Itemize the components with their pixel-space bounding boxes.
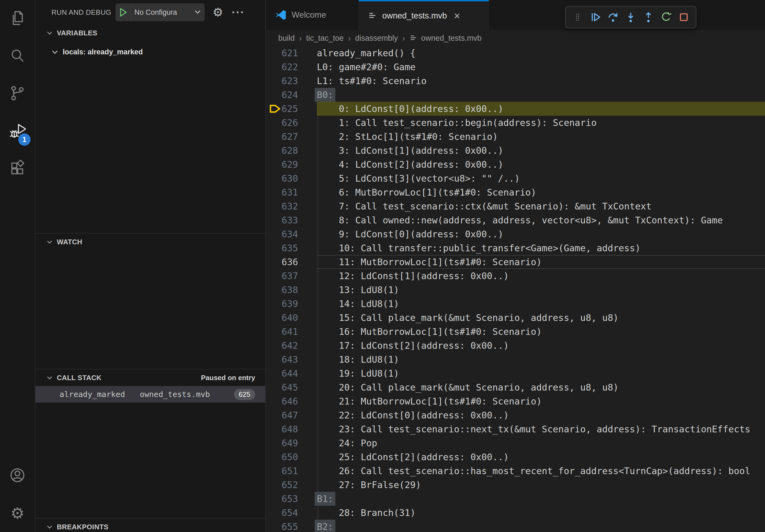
debug-settings-gear-icon[interactable]: ⚙	[213, 6, 223, 18]
code-line-621[interactable]: 621already_marked() {	[266, 46, 765, 60]
breakpoint-gutter[interactable]	[266, 157, 281, 171]
sidebar-item-explorer[interactable]	[0, 0, 35, 38]
breadcrumb-item-build[interactable]: build	[278, 34, 295, 43]
breakpoint-gutter[interactable]	[266, 46, 281, 60]
breakpoint-gutter[interactable]	[266, 478, 281, 492]
code-line-650[interactable]: 650 25: LdConst[2](address: 0x00..)	[266, 450, 765, 464]
code-line-text[interactable]: 13: LdU8(1)	[317, 283, 765, 297]
breakpoint-gutter[interactable]	[266, 311, 281, 325]
sidebar-item-source-control[interactable]	[0, 75, 35, 113]
code-line-text[interactable]: 4: LdConst[2](address: 0x00..)	[317, 157, 765, 171]
breakpoint-gutter[interactable]	[266, 255, 281, 269]
breakpoint-gutter[interactable]	[266, 520, 281, 532]
breakpoint-gutter[interactable]	[266, 213, 281, 227]
code-line-653[interactable]: 653B1:	[266, 492, 765, 506]
step-out-button[interactable]	[640, 9, 657, 25]
breakpoint-gutter[interactable]	[266, 185, 281, 199]
close-icon[interactable]: ×	[454, 10, 460, 21]
code-line-text[interactable]: 23: Call test_scenario::next_tx(&mut Sce…	[317, 422, 765, 436]
continue-button[interactable]	[587, 9, 604, 25]
code-line-text[interactable]: 2: StLoc[1](ts#1#0: Scenario)	[317, 130, 765, 143]
code-line-649[interactable]: 649 24: Pop	[266, 436, 765, 450]
watch-section-header[interactable]: WATCH	[35, 234, 265, 250]
code-line-630[interactable]: 630 5: LdConst[3](vector<u8>: "" /..)	[266, 171, 765, 185]
code-line-text[interactable]: 22: LdConst[0](address: 0x00..)	[317, 408, 765, 422]
variables-section-header[interactable]: VARIABLES	[35, 25, 265, 41]
breakpoint-gutter[interactable]	[266, 408, 281, 422]
code-line-633[interactable]: 633 8: Call owned::new(address, address,…	[266, 213, 765, 227]
code-line-text[interactable]: 15: Call place_mark(&mut Scenario, addre…	[317, 311, 765, 325]
code-line-text[interactable]: 21: MutBorrowLoc[1](ts#1#0: Scenario)	[317, 394, 765, 408]
code-line-text[interactable]: 19: LdU8(1)	[317, 367, 765, 381]
debug-config-dropdown[interactable]: No Configura	[116, 3, 205, 21]
more-actions-icon[interactable]: ···	[232, 10, 245, 14]
code-line-text[interactable]: 10: Call transfer::public_transfer<Game>…	[317, 241, 765, 255]
code-line-642[interactable]: 642 17: LdConst[2](address: 0x00..)	[266, 339, 765, 353]
breakpoint-gutter[interactable]	[266, 269, 281, 283]
call-stack-section-header[interactable]: CALL STACK Paused on entry	[35, 370, 265, 386]
breakpoint-gutter[interactable]	[266, 283, 281, 297]
code-line-623[interactable]: 623L1: ts#1#0: Scenario	[266, 74, 765, 88]
code-line-text[interactable]: 27: BrFalse(29)	[317, 478, 765, 492]
breakpoint-gutter[interactable]	[266, 506, 281, 520]
code-line-text[interactable]: 20: Call place_mark(&mut Scenario, addre…	[317, 381, 765, 394]
code-line-629[interactable]: 629 4: LdConst[2](address: 0x00..)	[266, 157, 765, 171]
breadcrumb-item-file[interactable]: owned_tests.mvb	[421, 34, 482, 43]
code-line-text[interactable]: already_marked() {	[317, 46, 765, 60]
breakpoint-gutter[interactable]	[266, 381, 281, 394]
restart-button[interactable]	[658, 9, 674, 25]
breakpoint-gutter[interactable]	[266, 353, 281, 367]
breakpoint-gutter[interactable]	[266, 422, 281, 436]
code-line-654[interactable]: 654 28: Branch(31)	[266, 506, 765, 520]
code-line-text[interactable]: 0: LdConst[0](address: 0x00..)	[317, 102, 765, 116]
breakpoint-gutter[interactable]	[266, 199, 281, 213]
tab-welcome[interactable]: Welcome	[266, 0, 359, 30]
code-line-652[interactable]: 652 27: BrFalse(29)	[266, 478, 765, 492]
code-line-text[interactable]: B2:	[317, 520, 765, 532]
code-line-625[interactable]: 625 0: LdConst[0](address: 0x00..)	[266, 102, 765, 116]
code-line-text[interactable]: 7: Call test_scenario::ctx(&mut Scenario…	[317, 199, 765, 213]
locals-tree-item[interactable]: locals: already_marked	[35, 44, 265, 60]
code-line-text[interactable]: 1: Call test_scenario::begin(address): S…	[317, 116, 765, 130]
code-line-text[interactable]: 9: LdConst[0](address: 0x00..)	[317, 227, 765, 241]
breakpoint-gutter[interactable]	[266, 116, 281, 130]
step-into-button[interactable]	[622, 9, 639, 25]
code-line-647[interactable]: 647 22: LdConst[0](address: 0x00..)	[266, 408, 765, 422]
step-over-button[interactable]	[605, 9, 621, 25]
code-line-text[interactable]: 11: MutBorrowLoc[1](ts#1#0: Scenario)	[317, 255, 765, 269]
start-debug-icon[interactable]	[116, 4, 131, 21]
code-line-text[interactable]: 12: LdConst[1](address: 0x00..)	[317, 269, 765, 283]
code-line-627[interactable]: 627 2: StLoc[1](ts#1#0: Scenario)	[266, 130, 765, 143]
breakpoint-gutter[interactable]	[266, 464, 281, 478]
breakpoint-gutter[interactable]	[266, 394, 281, 408]
code-line-631[interactable]: 631 6: MutBorrowLoc[1](ts#1#0: Scenario)	[266, 185, 765, 199]
code-line-632[interactable]: 632 7: Call test_scenario::ctx(&mut Scen…	[266, 199, 765, 213]
breakpoint-gutter[interactable]	[266, 492, 281, 506]
breakpoints-section-header[interactable]: BREAKPOINTS	[35, 519, 265, 532]
code-line-text[interactable]: 16: MutBorrowLoc[1](ts#1#0: Scenario)	[317, 325, 765, 339]
code-line-text[interactable]: L1: ts#1#0: Scenario	[317, 74, 765, 88]
code-line-text[interactable]: 24: Pop	[317, 436, 765, 450]
account-button[interactable]	[0, 457, 35, 494]
code-line-637[interactable]: 637 12: LdConst[1](address: 0x00..)	[266, 269, 765, 283]
breakpoint-gutter[interactable]	[266, 339, 281, 353]
code-line-text[interactable]: 17: LdConst[2](address: 0x00..)	[317, 339, 765, 353]
breakpoint-gutter[interactable]	[266, 88, 281, 102]
tab-owned-tests[interactable]: owned_tests.mvb ×	[359, 0, 489, 30]
breakpoint-gutter[interactable]	[266, 74, 281, 88]
code-line-622[interactable]: 622L0: game#2#0: Game	[266, 60, 765, 74]
breakpoint-gutter[interactable]	[266, 297, 281, 311]
code-line-655[interactable]: 655B2:	[266, 520, 765, 532]
breakpoint-gutter[interactable]	[266, 450, 281, 464]
breakpoint-gutter[interactable]	[266, 143, 281, 157]
code-editor[interactable]: 621already_marked() {622L0: game#2#0: Ga…	[266, 46, 765, 532]
breakpoint-gutter[interactable]	[266, 130, 281, 143]
stop-button[interactable]	[675, 9, 692, 25]
breadcrumb-item-tic-tac-toe[interactable]: tic_tac_toe	[306, 34, 344, 43]
code-line-635[interactable]: 635 10: Call transfer::public_transfer<G…	[266, 241, 765, 255]
code-line-636[interactable]: 636 11: MutBorrowLoc[1](ts#1#0: Scenario…	[266, 255, 765, 269]
breakpoint-gutter[interactable]	[266, 102, 281, 116]
breakpoint-gutter[interactable]	[266, 227, 281, 241]
code-line-text[interactable]: 25: LdConst[2](address: 0x00..)	[317, 450, 765, 464]
breakpoint-gutter[interactable]	[266, 60, 281, 74]
